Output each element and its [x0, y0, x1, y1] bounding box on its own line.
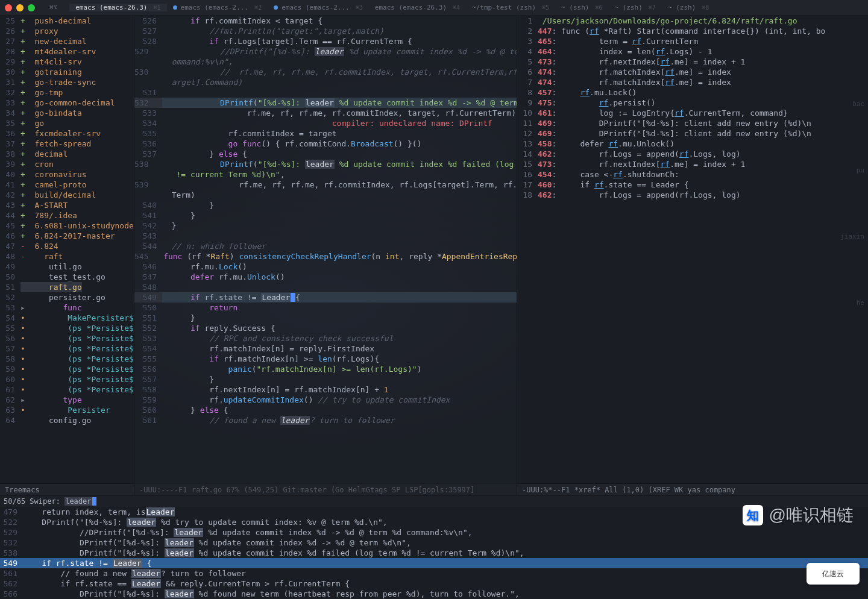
xref-item[interactable]: 13 458: defer rf.mu.Unlock(): [517, 139, 868, 149]
code-line[interactable]: 558 rf.nextIndex[n] = rf.matchIndex[n] +…: [134, 384, 517, 395]
code-line[interactable]: != current Term %d)\n",: [134, 169, 517, 180]
tab[interactable]: emacs (emacs-26.3)⌘1: [69, 4, 166, 11]
code-line[interactable]: 554 rf.matchIndex[n] = reply.FirstIndex: [134, 343, 517, 354]
tree-item[interactable]: 63 Persister: [0, 405, 134, 415]
tree-item[interactable]: 50 test_test.go: [0, 272, 134, 282]
tree-item[interactable]: 49 util.go: [0, 262, 134, 272]
tree-item[interactable]: 48 raft: [0, 251, 134, 262]
tab[interactable]: ⌘⌥: [43, 4, 69, 11]
code-line[interactable]: 547 defer rf.mu.Unlock(): [134, 272, 517, 282]
code-line[interactable]: 542 }: [134, 221, 517, 231]
code-buffer[interactable]: 526 if rf.commitIndex < target {527 //fm…: [134, 16, 517, 495]
tree-item[interactable]: 35 go: [0, 118, 134, 128]
code-line[interactable]: 553 // RPC and consistency check success…: [134, 333, 517, 343]
code-line[interactable]: 527 //fmt.Println("target:",target,match…: [134, 26, 517, 36]
code-line[interactable]: ommand:%v\n",: [134, 57, 517, 67]
code-line[interactable]: 526 if rf.commitIndex < target {: [134, 16, 517, 26]
xref-item[interactable]: 3 465: term = rf.CurrentTerm: [517, 36, 868, 46]
code-line[interactable]: 541 }: [134, 210, 517, 221]
xref-item[interactable]: 12 469: DPrintf("[%d-%s]: client add new…: [517, 128, 868, 139]
code-line[interactable]: 531: [134, 87, 517, 98]
tab[interactable]: ~ (ssh)⌘6: [555, 4, 608, 11]
code-line[interactable]: 534 compiler: undeclared name: DPrintf: [134, 118, 517, 128]
tab[interactable]: emacs (emacs-2...⌘3: [268, 4, 369, 11]
code-line[interactable]: 560 } else {: [134, 405, 517, 415]
xref-item[interactable]: 17 460: if rf.state == Leader {: [517, 180, 868, 190]
tree-item[interactable]: 45 6.s081-unix-studynode: [0, 221, 134, 231]
xref-item[interactable]: 7 474: rf.matchIndex[rf.me] = index: [517, 77, 868, 87]
tree-item[interactable]: 47 6.824: [0, 241, 134, 251]
code-line[interactable]: 543: [134, 231, 517, 241]
tree-item[interactable]: 30 gotraining: [0, 67, 134, 77]
code-line[interactable]: 556 panic("rf.matchIndex[n] >= len(rf.Lo…: [134, 364, 517, 374]
tree-item[interactable]: 29 mt4cli-srv: [0, 57, 134, 67]
code-line[interactable]: 557 }: [134, 374, 517, 384]
tree-item[interactable]: 43 A-START: [0, 200, 134, 210]
code-line[interactable]: 555 if rf.matchIndex[n] >= len(rf.Logs){: [134, 354, 517, 364]
tab[interactable]: ~ (zsh)⌘7: [608, 4, 661, 11]
xref-item[interactable]: 14 462: rf.Logs = append(rf.Logs, log): [517, 149, 868, 159]
tree-item[interactable]: 62 type: [0, 395, 134, 405]
treemacs-sidebar[interactable]: 25 push-decimal26 proxy27 new-decimal28 …: [0, 16, 134, 495]
tree-item[interactable]: 34 go-bindata: [0, 108, 134, 118]
tree-item[interactable]: 41 camel-proto: [0, 180, 134, 190]
tree-item[interactable]: 42 build/decimal: [0, 190, 134, 200]
tree-item[interactable]: 56 (ps *Persiste$: [0, 333, 134, 343]
code-line[interactable]: 548: [134, 282, 517, 292]
code-line[interactable]: arget].Command): [134, 77, 517, 87]
swiper-candidate[interactable]: 549 if rf.state != Leader {: [0, 558, 868, 568]
code-line[interactable]: 544 // n: which follower: [134, 241, 517, 251]
tab[interactable]: ~/tmp-test (zsh)⌘5: [466, 4, 555, 11]
xref-item[interactable]: 4 464: index = len(rf.Logs) - 1: [517, 46, 868, 57]
xref-item[interactable]: 18 462: rf.Logs = append(rf.Logs, log): [517, 190, 868, 200]
code-line[interactable]: 537 } else {: [134, 149, 517, 159]
swiper-candidate[interactable]: 561 // found a new leader? turn to follo…: [0, 568, 868, 579]
xref-item[interactable]: 11 469: DPrintf("[%d-%s]: client add new…: [517, 118, 868, 128]
xref-buffer[interactable]: 1 /Users/jackson/Downloads/go-project/6.…: [517, 16, 868, 495]
tree-item[interactable]: 32 go-tmp: [0, 87, 134, 98]
tree-item[interactable]: 26 proxy: [0, 26, 134, 36]
tree-item[interactable]: 53 func: [0, 303, 134, 313]
tree-item[interactable]: 25 push-decimal: [0, 16, 134, 26]
xref-item[interactable]: 10 461: log := LogEntry{rf.CurrentTerm, …: [517, 108, 868, 118]
xref-item[interactable]: 5 473: rf.nextIndex[rf.me] = index + 1: [517, 57, 868, 67]
xref-item[interactable]: 15 473: rf.nextIndex[rf.me] = index + 1: [517, 159, 868, 169]
tree-item[interactable]: 64 config.go: [0, 415, 134, 425]
tree-item[interactable]: 60 (ps *Persiste$: [0, 374, 134, 384]
swiper-candidate[interactable]: 532 DPrintf("[%d-%s]: leader %d update c…: [0, 538, 868, 548]
tab[interactable]: emacs (emacs-26.3)⌘4: [369, 4, 466, 11]
code-line[interactable]: 551 }: [134, 313, 517, 323]
tree-item[interactable]: 61 (ps *Persiste$: [0, 384, 134, 395]
code-line[interactable]: 550 return: [134, 303, 517, 313]
tree-item[interactable]: 27 new-decimal: [0, 36, 134, 46]
code-line[interactable]: Term): [134, 190, 517, 200]
xref-item[interactable]: 16 454: case <-rf.shutdownCh:: [517, 169, 868, 180]
xref-item[interactable]: 8 457: rf.mu.Lock(): [517, 87, 868, 98]
code-line[interactable]: 561 // found a new leader? turn to follo…: [134, 415, 517, 425]
swiper-candidate[interactable]: 479 return index, term, isLeader: [0, 507, 868, 517]
code-line[interactable]: 546 rf.mu.Lock(): [134, 262, 517, 272]
close-icon[interactable]: [5, 4, 12, 11]
code-line[interactable]: 549 if rf.state != Leader {: [134, 292, 517, 303]
tree-item[interactable]: 44 789/.idea: [0, 210, 134, 221]
xref-item[interactable]: 2 447: func (rf *Raft) Start(command int…: [517, 26, 868, 36]
swiper-panel[interactable]: 50/65 Swiper: leader 479 return index, t…: [0, 495, 868, 599]
code-line[interactable]: 545 func (rf *Raft) consistencyCheckRepl…: [134, 251, 517, 262]
tree-item[interactable]: 33 go-common-decimal: [0, 98, 134, 108]
tree-item[interactable]: 31 go-trade-sync: [0, 77, 134, 87]
code-line[interactable]: 529 //DPrintf("[%d-%s]: leader %d update…: [134, 46, 517, 57]
code-line[interactable]: 539 rf.me, rf, rf.me, rf.commitIndex, rf…: [134, 180, 517, 190]
code-line[interactable]: 530 // rf.me, rf, rf.me, rf.commitIndex,…: [134, 67, 517, 77]
tab[interactable]: emacs (emacs-2...⌘2: [167, 4, 268, 11]
tree-item[interactable]: 58 (ps *Persiste$: [0, 354, 134, 364]
tree-item[interactable]: 54 MakePersister$: [0, 313, 134, 323]
tree-item[interactable]: 28 mt4dealer-srv: [0, 46, 134, 57]
maximize-icon[interactable]: [28, 4, 35, 11]
tree-item[interactable]: 40 coronavirus: [0, 169, 134, 180]
code-line[interactable]: 532 DPrintf("[%d-%s]: leader %d update c…: [134, 98, 517, 108]
code-line[interactable]: 540 }: [134, 200, 517, 210]
code-line[interactable]: 559 rf.updateCommitIndex() // try to upd…: [134, 395, 517, 405]
code-line[interactable]: 538 DPrintf("[%d-%s]: leader %d update c…: [134, 159, 517, 169]
tree-item[interactable]: 55 (ps *Persiste$: [0, 323, 134, 333]
tree-item[interactable]: 39 cron: [0, 159, 134, 169]
